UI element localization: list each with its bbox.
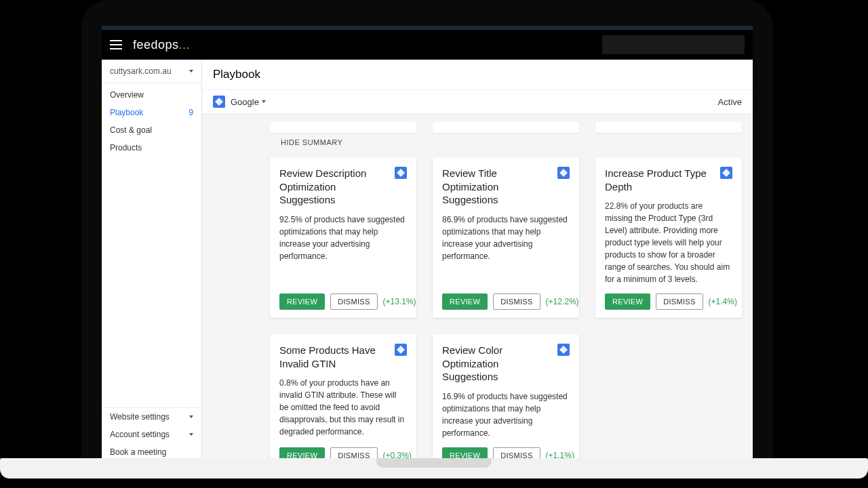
card-source-icon	[395, 167, 407, 179]
google-icon	[213, 96, 225, 108]
dismiss-button[interactable]: DISMISS	[330, 293, 377, 310]
sidebar-bottom: Website settings Account settings Book a…	[102, 407, 201, 461]
topbar-right-box	[602, 35, 745, 54]
playbook-card: Review Description Optimization Suggesti…	[270, 157, 416, 318]
sidebar-item-label: Account settings	[110, 430, 170, 439]
app-body: cuttysark.com.au Overview Playbook 9 Cos…	[102, 60, 753, 461]
chevron-down-icon	[262, 100, 266, 103]
sidebar-item-label: Website settings	[110, 412, 170, 422]
playbook-card: Review Color Optimization Suggestions 16…	[433, 334, 579, 461]
source-selector[interactable]: Google	[213, 96, 266, 108]
card-body: 92.5% of products have suggested optimiz…	[279, 214, 407, 286]
site-selector-label: cuttysark.com.au	[110, 66, 172, 76]
brand-name: feedops	[133, 38, 179, 52]
card-source-icon	[395, 344, 407, 356]
sidebar-item-label: Cost & goal	[110, 125, 152, 135]
card-body: 86.9% of products have suggested optimiz…	[442, 214, 570, 286]
sidebar-item-overview[interactable]: Overview	[102, 86, 201, 104]
chevron-down-icon	[189, 433, 193, 436]
playbook-card: Review Title Optimization Suggestions 86…	[433, 157, 579, 318]
sidebar-item-badge: 9	[189, 108, 193, 117]
review-button[interactable]: REVIEW	[279, 293, 325, 310]
site-selector[interactable]: cuttysark.com.au	[102, 60, 201, 83]
app-screen: feedops... cuttysark.com.au Overview Pla…	[102, 26, 753, 461]
review-button[interactable]: REVIEW	[442, 293, 488, 310]
card-row: Review Description Optimization Suggesti…	[270, 157, 747, 318]
card-delta: (+13.1%)	[383, 297, 416, 306]
card-delta: (+1.4%)	[709, 297, 737, 306]
sidebar-nav: Overview Playbook 9 Cost & goal Products	[102, 83, 201, 157]
hide-summary-button[interactable]: HIDE SUMMARY	[281, 138, 747, 146]
card-body: 16.9% of products have suggested optimiz…	[442, 390, 570, 439]
topbar: feedops...	[102, 30, 753, 60]
sidebar-item-website-settings[interactable]: Website settings	[102, 408, 201, 426]
card-body: 22.8% of your products are missing the P…	[605, 200, 732, 285]
card-row: Some Products Have Invalid GTIN 0.8% of …	[270, 334, 747, 461]
brand-logo: feedops...	[133, 38, 190, 52]
card-title: Review Color Optimization Suggestions	[442, 344, 552, 384]
card-delta: (+12.2%)	[546, 297, 579, 306]
playbook-card: Increase Product Type Depth 22.8% of you…	[595, 157, 742, 318]
card-title: Review Description Optimization Suggesti…	[279, 167, 389, 207]
main: Playbook Google Active HIDE S	[202, 60, 753, 461]
laptop-notch	[376, 458, 492, 468]
dismiss-button[interactable]: DISMISS	[493, 293, 540, 310]
sidebar-item-label: Playbook	[110, 108, 143, 117]
card-title: Review Title Optimization Suggestions	[442, 167, 552, 207]
card-source-icon	[720, 167, 732, 179]
filter-bar: Google Active	[202, 90, 753, 114]
scroll-area[interactable]: HIDE SUMMARY Review Description Optimiza…	[202, 114, 753, 461]
card-source-icon	[557, 344, 570, 356]
ghost-row	[270, 122, 747, 133]
sidebar-item-label: Products	[110, 143, 142, 152]
sidebar-item-label: Book a meeting	[110, 447, 166, 457]
page-title: Playbook	[202, 60, 753, 90]
playbook-card: Some Products Have Invalid GTIN 0.8% of …	[270, 334, 416, 461]
sidebar-item-account-settings[interactable]: Account settings	[102, 426, 201, 443]
card-title: Increase Product Type Depth	[605, 167, 715, 193]
card-body: 0.8% of your products have an invalid GT…	[279, 377, 407, 439]
ghost-card	[433, 122, 579, 133]
card-title: Some Products Have Invalid GTIN	[279, 344, 389, 370]
menu-icon[interactable]	[110, 40, 122, 49]
status-label: Active	[718, 97, 742, 107]
brand-dots: ...	[179, 38, 191, 52]
sidebar-item-playbook[interactable]: Playbook 9	[102, 104, 201, 121]
sidebar-item-cost-goal[interactable]: Cost & goal	[102, 121, 201, 139]
source-label: Google	[231, 97, 259, 107]
sidebar: cuttysark.com.au Overview Playbook 9 Cos…	[102, 60, 202, 461]
laptop-frame: feedops... cuttysark.com.au Overview Pla…	[81, 0, 773, 461]
sidebar-item-label: Overview	[110, 90, 144, 100]
chevron-down-icon	[189, 70, 193, 73]
sidebar-item-products[interactable]: Products	[102, 139, 201, 157]
dismiss-button[interactable]: DISMISS	[656, 293, 703, 310]
chevron-down-icon	[189, 415, 193, 418]
review-button[interactable]: REVIEW	[605, 293, 650, 310]
ghost-card	[270, 122, 416, 133]
ghost-card	[595, 122, 742, 133]
card-source-icon	[557, 167, 570, 179]
